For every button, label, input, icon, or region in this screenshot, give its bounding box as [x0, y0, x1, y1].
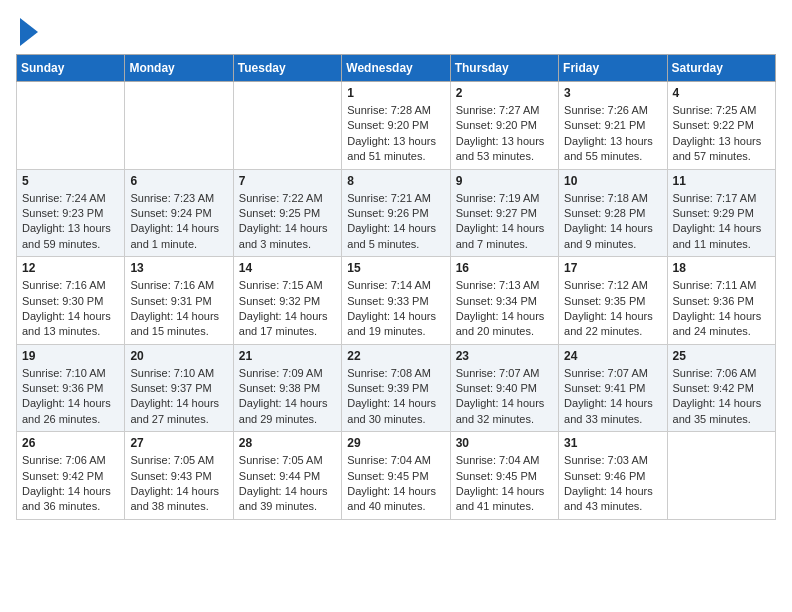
day-info: Sunrise: 7:07 AM Sunset: 9:40 PM Dayligh… — [456, 366, 553, 428]
weekday-header-row: SundayMondayTuesdayWednesdayThursdayFrid… — [17, 55, 776, 82]
day-number: 19 — [22, 349, 119, 363]
day-number: 26 — [22, 436, 119, 450]
day-number: 6 — [130, 174, 227, 188]
day-number: 12 — [22, 261, 119, 275]
day-number: 9 — [456, 174, 553, 188]
day-number: 3 — [564, 86, 661, 100]
logo — [16, 16, 38, 46]
page-header — [16, 16, 776, 46]
calendar-cell: 7Sunrise: 7:22 AM Sunset: 9:25 PM Daylig… — [233, 169, 341, 257]
calendar-cell: 26Sunrise: 7:06 AM Sunset: 9:42 PM Dayli… — [17, 432, 125, 520]
day-info: Sunrise: 7:24 AM Sunset: 9:23 PM Dayligh… — [22, 191, 119, 253]
day-info: Sunrise: 7:27 AM Sunset: 9:20 PM Dayligh… — [456, 103, 553, 165]
calendar-cell: 3Sunrise: 7:26 AM Sunset: 9:21 PM Daylig… — [559, 82, 667, 170]
day-info: Sunrise: 7:18 AM Sunset: 9:28 PM Dayligh… — [564, 191, 661, 253]
day-info: Sunrise: 7:08 AM Sunset: 9:39 PM Dayligh… — [347, 366, 444, 428]
calendar-cell: 19Sunrise: 7:10 AM Sunset: 9:36 PM Dayli… — [17, 344, 125, 432]
day-number: 25 — [673, 349, 770, 363]
day-number: 7 — [239, 174, 336, 188]
day-info: Sunrise: 7:11 AM Sunset: 9:36 PM Dayligh… — [673, 278, 770, 340]
calendar-week-row: 1Sunrise: 7:28 AM Sunset: 9:20 PM Daylig… — [17, 82, 776, 170]
calendar-cell: 31Sunrise: 7:03 AM Sunset: 9:46 PM Dayli… — [559, 432, 667, 520]
day-info: Sunrise: 7:28 AM Sunset: 9:20 PM Dayligh… — [347, 103, 444, 165]
calendar-cell: 17Sunrise: 7:12 AM Sunset: 9:35 PM Dayli… — [559, 257, 667, 345]
day-number: 24 — [564, 349, 661, 363]
calendar-cell: 8Sunrise: 7:21 AM Sunset: 9:26 PM Daylig… — [342, 169, 450, 257]
day-info: Sunrise: 7:13 AM Sunset: 9:34 PM Dayligh… — [456, 278, 553, 340]
weekday-header-cell: Thursday — [450, 55, 558, 82]
calendar-cell: 11Sunrise: 7:17 AM Sunset: 9:29 PM Dayli… — [667, 169, 775, 257]
day-info: Sunrise: 7:10 AM Sunset: 9:36 PM Dayligh… — [22, 366, 119, 428]
calendar-cell: 27Sunrise: 7:05 AM Sunset: 9:43 PM Dayli… — [125, 432, 233, 520]
day-number: 2 — [456, 86, 553, 100]
day-info: Sunrise: 7:09 AM Sunset: 9:38 PM Dayligh… — [239, 366, 336, 428]
day-number: 14 — [239, 261, 336, 275]
calendar-cell: 10Sunrise: 7:18 AM Sunset: 9:28 PM Dayli… — [559, 169, 667, 257]
weekday-header-cell: Friday — [559, 55, 667, 82]
day-number: 22 — [347, 349, 444, 363]
calendar-cell: 21Sunrise: 7:09 AM Sunset: 9:38 PM Dayli… — [233, 344, 341, 432]
day-info: Sunrise: 7:14 AM Sunset: 9:33 PM Dayligh… — [347, 278, 444, 340]
day-number: 8 — [347, 174, 444, 188]
day-number: 21 — [239, 349, 336, 363]
calendar-cell: 22Sunrise: 7:08 AM Sunset: 9:39 PM Dayli… — [342, 344, 450, 432]
calendar-cell: 5Sunrise: 7:24 AM Sunset: 9:23 PM Daylig… — [17, 169, 125, 257]
day-info: Sunrise: 7:03 AM Sunset: 9:46 PM Dayligh… — [564, 453, 661, 515]
calendar-cell: 2Sunrise: 7:27 AM Sunset: 9:20 PM Daylig… — [450, 82, 558, 170]
day-info: Sunrise: 7:12 AM Sunset: 9:35 PM Dayligh… — [564, 278, 661, 340]
day-info: Sunrise: 7:17 AM Sunset: 9:29 PM Dayligh… — [673, 191, 770, 253]
day-info: Sunrise: 7:06 AM Sunset: 9:42 PM Dayligh… — [673, 366, 770, 428]
day-info: Sunrise: 7:26 AM Sunset: 9:21 PM Dayligh… — [564, 103, 661, 165]
day-info: Sunrise: 7:25 AM Sunset: 9:22 PM Dayligh… — [673, 103, 770, 165]
day-number: 30 — [456, 436, 553, 450]
day-number: 20 — [130, 349, 227, 363]
weekday-header-cell: Wednesday — [342, 55, 450, 82]
weekday-header-cell: Saturday — [667, 55, 775, 82]
calendar-cell: 12Sunrise: 7:16 AM Sunset: 9:30 PM Dayli… — [17, 257, 125, 345]
day-number: 18 — [673, 261, 770, 275]
calendar-cell: 29Sunrise: 7:04 AM Sunset: 9:45 PM Dayli… — [342, 432, 450, 520]
calendar-cell: 24Sunrise: 7:07 AM Sunset: 9:41 PM Dayli… — [559, 344, 667, 432]
calendar-cell: 28Sunrise: 7:05 AM Sunset: 9:44 PM Dayli… — [233, 432, 341, 520]
logo-arrow-icon — [20, 18, 38, 46]
day-number: 11 — [673, 174, 770, 188]
calendar-cell: 13Sunrise: 7:16 AM Sunset: 9:31 PM Dayli… — [125, 257, 233, 345]
day-number: 15 — [347, 261, 444, 275]
calendar-cell: 6Sunrise: 7:23 AM Sunset: 9:24 PM Daylig… — [125, 169, 233, 257]
calendar-table: SundayMondayTuesdayWednesdayThursdayFrid… — [16, 54, 776, 520]
day-number: 5 — [22, 174, 119, 188]
day-number: 13 — [130, 261, 227, 275]
calendar-cell: 1Sunrise: 7:28 AM Sunset: 9:20 PM Daylig… — [342, 82, 450, 170]
calendar-cell: 25Sunrise: 7:06 AM Sunset: 9:42 PM Dayli… — [667, 344, 775, 432]
day-number: 28 — [239, 436, 336, 450]
calendar-week-row: 19Sunrise: 7:10 AM Sunset: 9:36 PM Dayli… — [17, 344, 776, 432]
calendar-week-row: 12Sunrise: 7:16 AM Sunset: 9:30 PM Dayli… — [17, 257, 776, 345]
calendar-cell: 9Sunrise: 7:19 AM Sunset: 9:27 PM Daylig… — [450, 169, 558, 257]
day-info: Sunrise: 7:15 AM Sunset: 9:32 PM Dayligh… — [239, 278, 336, 340]
calendar-cell — [667, 432, 775, 520]
calendar-cell: 14Sunrise: 7:15 AM Sunset: 9:32 PM Dayli… — [233, 257, 341, 345]
day-number: 23 — [456, 349, 553, 363]
calendar-cell: 16Sunrise: 7:13 AM Sunset: 9:34 PM Dayli… — [450, 257, 558, 345]
day-number: 31 — [564, 436, 661, 450]
weekday-header-cell: Monday — [125, 55, 233, 82]
weekday-header-cell: Tuesday — [233, 55, 341, 82]
day-info: Sunrise: 7:07 AM Sunset: 9:41 PM Dayligh… — [564, 366, 661, 428]
calendar-week-row: 26Sunrise: 7:06 AM Sunset: 9:42 PM Dayli… — [17, 432, 776, 520]
calendar-cell — [233, 82, 341, 170]
day-number: 17 — [564, 261, 661, 275]
day-info: Sunrise: 7:05 AM Sunset: 9:43 PM Dayligh… — [130, 453, 227, 515]
calendar-week-row: 5Sunrise: 7:24 AM Sunset: 9:23 PM Daylig… — [17, 169, 776, 257]
day-info: Sunrise: 7:21 AM Sunset: 9:26 PM Dayligh… — [347, 191, 444, 253]
day-number: 27 — [130, 436, 227, 450]
day-number: 29 — [347, 436, 444, 450]
calendar-cell: 15Sunrise: 7:14 AM Sunset: 9:33 PM Dayli… — [342, 257, 450, 345]
day-info: Sunrise: 7:04 AM Sunset: 9:45 PM Dayligh… — [456, 453, 553, 515]
day-info: Sunrise: 7:19 AM Sunset: 9:27 PM Dayligh… — [456, 191, 553, 253]
day-info: Sunrise: 7:10 AM Sunset: 9:37 PM Dayligh… — [130, 366, 227, 428]
day-number: 16 — [456, 261, 553, 275]
calendar-cell: 4Sunrise: 7:25 AM Sunset: 9:22 PM Daylig… — [667, 82, 775, 170]
day-number: 4 — [673, 86, 770, 100]
day-info: Sunrise: 7:04 AM Sunset: 9:45 PM Dayligh… — [347, 453, 444, 515]
weekday-header-cell: Sunday — [17, 55, 125, 82]
